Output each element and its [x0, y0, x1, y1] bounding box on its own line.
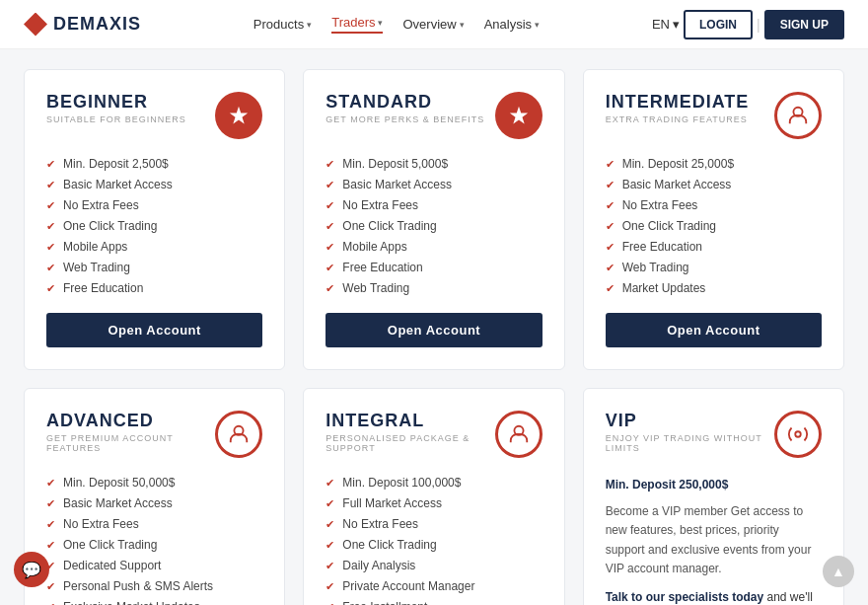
check-icon: ✔ — [46, 601, 55, 606]
feature-text: One Click Trading — [342, 219, 436, 233]
card-header: ADVANCED GET PREMIUM ACCOUNT FEATURES — [46, 411, 262, 458]
logo-icon — [24, 13, 47, 37]
feature-item: ✔ Min. Deposit 2,500$ — [46, 157, 262, 171]
feature-text: No Extra Fees — [342, 517, 418, 531]
check-icon: ✔ — [46, 282, 55, 295]
feature-item: ✔ Daily Analysis — [326, 559, 542, 572]
card-title: ADVANCED — [46, 411, 215, 431]
vip-deposit: Min. Deposit 250,000$ — [606, 476, 822, 494]
feature-item: ✔ Basic Market Access — [606, 178, 822, 191]
check-icon: ✔ — [46, 199, 55, 212]
open-account-button[interactable]: Open Account — [326, 313, 542, 347]
login-button[interactable]: LOGIN — [684, 10, 753, 39]
card-features: ✔ Min. Deposit 50,000$ ✔ Basic Market Ac… — [46, 476, 262, 605]
chevron-icon: ▾ — [673, 17, 680, 32]
feature-item: ✔ No Extra Fees — [326, 517, 542, 531]
card-subtitle: SUITABLE FOR BEGINNERS — [46, 114, 186, 124]
card-title: VIP — [606, 411, 774, 431]
card-header: BEGINNER SUITABLE FOR BEGINNERS — [46, 92, 262, 139]
open-account-button[interactable]: Open Account — [46, 313, 262, 347]
check-icon: ✔ — [46, 220, 55, 233]
check-icon: ✔ — [326, 539, 334, 552]
logo: DEMAXIS — [24, 13, 141, 37]
feature-text: Daily Analysis — [342, 559, 415, 572]
feature-text: Web Trading — [622, 261, 689, 274]
nav-traders[interactable]: Traders ▾ — [331, 15, 383, 34]
check-icon: ✔ — [326, 282, 334, 295]
navigation: DEMAXIS Products ▾ Traders ▾ Overview ▾ … — [0, 0, 868, 49]
feature-item: ✔ Exclusive Market Updates — [46, 600, 262, 605]
feature-text: One Click Trading — [622, 219, 716, 233]
feature-text: Min. Deposit 100,000$ — [342, 476, 461, 490]
check-icon: ✔ — [606, 282, 615, 295]
check-icon: ✔ — [606, 241, 615, 254]
card-header: VIP ENJOY VIP TRADING WITHOUT LIMITS — [606, 411, 822, 458]
nav-links: Products ▾ Traders ▾ Overview ▾ Analysis… — [253, 15, 540, 34]
feature-item: ✔ Free Education — [326, 261, 542, 274]
check-icon: ✔ — [46, 539, 55, 552]
card-standard: STANDARD GET MORE PERKS & BENEFITS ✔ Min… — [303, 69, 564, 370]
feature-item: ✔ Mobile Apps — [326, 240, 542, 254]
check-icon: ✔ — [326, 601, 334, 606]
feature-text: Mobile Apps — [63, 240, 127, 254]
signup-button[interactable]: SIGN UP — [764, 10, 844, 39]
feature-item: ✔ Free Education — [606, 240, 822, 254]
feature-item: ✔ Free Installment — [326, 600, 542, 605]
feature-text: One Click Trading — [63, 219, 157, 233]
check-icon: ✔ — [326, 518, 334, 531]
feature-text: Dedicated Support — [63, 559, 161, 572]
card-integral: INTEGRAL PERSONALISED PACKAGE & SUPPORT … — [303, 388, 564, 605]
nav-products[interactable]: Products ▾ — [253, 17, 312, 32]
check-icon: ✔ — [46, 241, 55, 254]
check-icon: ✔ — [606, 220, 615, 233]
chevron-icon: ▾ — [460, 20, 465, 30]
cards-grid: BEGINNER SUITABLE FOR BEGINNERS ✔ Min. D… — [0, 49, 868, 605]
feature-item: ✔ Basic Market Access — [46, 178, 262, 191]
nav-overview[interactable]: Overview ▾ — [402, 17, 464, 32]
chevron-icon: ▾ — [307, 20, 312, 30]
chevron-icon: ▾ — [378, 18, 383, 28]
feature-item: ✔ Basic Market Access — [326, 178, 542, 191]
feature-text: One Click Trading — [342, 538, 436, 552]
feature-text: Free Education — [63, 281, 143, 295]
feature-text: Min. Deposit 5,000$ — [342, 157, 448, 171]
check-icon: ✔ — [46, 179, 55, 191]
scroll-top-button[interactable]: ▲ — [823, 556, 854, 587]
card-advanced: ADVANCED GET PREMIUM ACCOUNT FEATURES ✔ … — [24, 388, 285, 605]
language-selector[interactable]: EN ▾ — [652, 17, 680, 32]
feature-text: Market Updates — [622, 281, 706, 295]
feature-text: Basic Market Access — [63, 178, 173, 191]
card-title: INTEGRAL — [326, 411, 494, 431]
open-account-button[interactable]: Open Account — [606, 313, 822, 347]
card-subtitle: GET MORE PERKS & BENEFITS — [326, 114, 484, 124]
feature-item: ✔ Basic Market Access — [46, 496, 262, 510]
check-icon: ✔ — [606, 262, 615, 274]
feature-text: No Extra Fees — [63, 517, 139, 531]
check-icon: ✔ — [326, 580, 334, 593]
feature-text: Personal Push & SMS Alerts — [63, 579, 213, 593]
nav-analysis[interactable]: Analysis ▾ — [484, 17, 540, 32]
card-title: STANDARD — [326, 92, 484, 113]
card-header: STANDARD GET MORE PERKS & BENEFITS — [326, 92, 542, 139]
check-icon: ✔ — [46, 158, 55, 171]
check-icon: ✔ — [326, 477, 334, 490]
feature-item: ✔ Dedicated Support — [46, 559, 262, 572]
chat-button[interactable]: 💬 — [14, 552, 49, 587]
feature-text: Exclusive Market Updates — [63, 600, 200, 605]
feature-item: ✔ One Click Trading — [46, 538, 262, 552]
card-subtitle: EXTRA TRADING FEATURES — [606, 114, 750, 124]
feature-item: ✔ Min. Deposit 25,000$ — [606, 157, 822, 171]
feature-item: ✔ Free Education — [46, 281, 262, 295]
feature-text: Basic Market Access — [622, 178, 732, 191]
card-header: INTEGRAL PERSONALISED PACKAGE & SUPPORT — [326, 411, 542, 458]
feature-item: ✔ No Extra Fees — [326, 198, 542, 212]
svg-point-3 — [795, 431, 801, 437]
feature-text: Private Account Manager — [342, 579, 474, 593]
card-features: ✔ Min. Deposit 100,000$ ✔ Full Market Ac… — [326, 476, 542, 605]
check-icon: ✔ — [326, 560, 334, 572]
card-title: BEGINNER — [46, 92, 186, 113]
feature-text: Basic Market Access — [342, 178, 452, 191]
feature-text: Min. Deposit 25,000$ — [622, 157, 734, 171]
feature-item: ✔ Min. Deposit 5,000$ — [326, 157, 542, 171]
check-icon: ✔ — [46, 477, 55, 490]
